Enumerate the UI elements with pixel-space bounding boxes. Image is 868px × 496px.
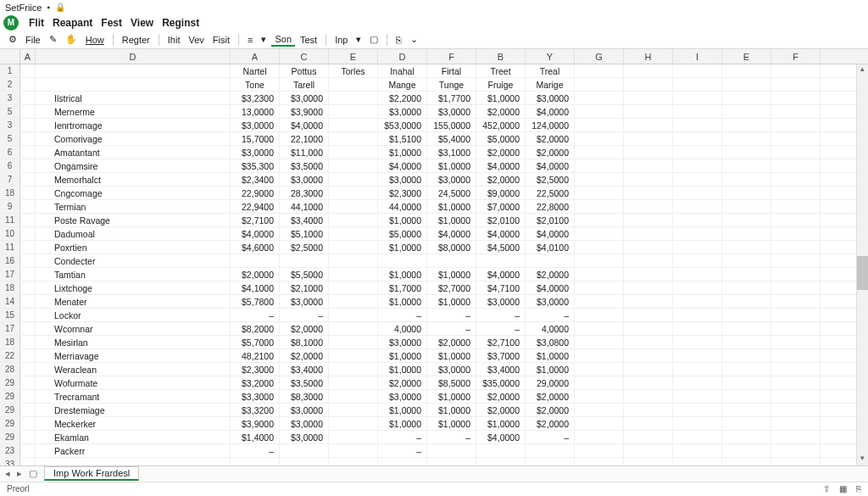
cell[interactable] [624, 200, 673, 213]
row-head[interactable]: 17 [0, 322, 20, 335]
row-label[interactable]: Meckerker [36, 417, 231, 430]
cell[interactable] [771, 390, 821, 403]
row-head[interactable]: 7 [0, 173, 20, 186]
tb-ihit[interactable]: Ihit [164, 34, 184, 46]
menu-view[interactable]: View [127, 16, 157, 30]
row-label[interactable]: Ekamlan [36, 431, 231, 443]
cell[interactable] [722, 173, 771, 186]
cell[interactable]: $3,5000 [280, 376, 329, 389]
cell[interactable] [722, 64, 771, 77]
cell[interactable]: $4,0000 [526, 159, 575, 172]
cell[interactable] [624, 363, 673, 376]
cell[interactable] [722, 159, 771, 172]
row-label[interactable]: Lixtchoge [36, 281, 231, 294]
col-head[interactable]: G [575, 49, 624, 64]
cell[interactable] [575, 132, 624, 145]
cell[interactable]: $7,0000 [476, 200, 526, 213]
cell[interactable] [624, 322, 673, 335]
cell[interactable] [624, 349, 673, 362]
cell[interactable] [624, 132, 673, 145]
cell[interactable]: $2,0000 [280, 322, 329, 335]
cell[interactable]: $1,0000 [427, 349, 476, 362]
cell[interactable]: Nartel [231, 64, 280, 77]
cell[interactable] [624, 64, 673, 77]
cell[interactable] [329, 159, 378, 172]
row-label[interactable]: Comorivage [36, 132, 231, 145]
cell[interactable]: $2,7000 [427, 281, 476, 294]
cell[interactable] [427, 444, 476, 457]
cell[interactable]: $1,0000 [378, 404, 427, 416]
cell[interactable]: $4,0000 [476, 227, 526, 240]
cell[interactable] [575, 376, 624, 389]
cell[interactable] [771, 444, 821, 457]
row-label[interactable]: Poxrtien [36, 241, 231, 254]
cell[interactable] [575, 363, 624, 376]
row-head[interactable]: 9 [0, 200, 20, 213]
cell[interactable] [624, 105, 673, 118]
cell[interactable] [575, 417, 624, 430]
cell[interactable] [378, 458, 427, 465]
cell[interactable]: $3,0000 [280, 173, 329, 186]
cell[interactable] [280, 458, 329, 465]
cell[interactable]: $2,0000 [526, 404, 575, 416]
box-icon[interactable]: ▢ [366, 33, 381, 46]
cell[interactable]: – [476, 309, 526, 321]
cell[interactable] [673, 105, 722, 118]
cell[interactable] [722, 309, 771, 321]
col-head[interactable]: C [280, 49, 329, 64]
cell[interactable]: $1,0000 [378, 146, 427, 159]
cell[interactable] [624, 444, 673, 457]
row-head[interactable]: 14 [0, 295, 20, 308]
cell[interactable] [673, 404, 722, 416]
cell[interactable]: $1,0000 [526, 363, 575, 376]
cell[interactable] [20, 78, 36, 91]
cell[interactable] [771, 241, 821, 254]
cell[interactable] [329, 187, 378, 199]
row-head[interactable]: 22 [0, 349, 20, 362]
cell[interactable]: 155,0000 [427, 119, 476, 131]
cell[interactable] [722, 349, 771, 362]
cell[interactable]: $11,000 [280, 146, 329, 159]
cell[interactable]: $3,4000 [280, 363, 329, 376]
cell[interactable]: $2,0000 [476, 146, 526, 159]
menu-flit[interactable]: Flit [25, 16, 47, 30]
share-icon[interactable]: ⇧ [823, 484, 830, 493]
row-head[interactable]: 10 [0, 227, 20, 240]
cell[interactable]: $1,7000 [378, 281, 427, 294]
cell[interactable] [673, 309, 722, 321]
cell[interactable]: $3,0000 [378, 173, 427, 186]
row-head[interactable]: 29 [0, 417, 20, 430]
cell[interactable] [575, 92, 624, 104]
cell[interactable] [722, 444, 771, 457]
cell[interactable]: – [378, 431, 427, 443]
row-label[interactable]: Drestemiage [36, 404, 231, 416]
row-label[interactable]: Mernerme [36, 105, 231, 118]
cell[interactable] [20, 119, 36, 131]
cell[interactable]: Mange [378, 78, 427, 91]
row-label[interactable]: Cngcomage [36, 187, 231, 199]
cell[interactable] [722, 376, 771, 389]
cell[interactable]: $3,0000 [280, 295, 329, 308]
cell[interactable] [575, 78, 624, 91]
cell[interactable]: $1,0000 [526, 349, 575, 362]
cell[interactable]: $2,5000 [526, 173, 575, 186]
cell[interactable] [673, 281, 722, 294]
cell[interactable] [722, 322, 771, 335]
row-head[interactable]: 29 [0, 390, 20, 403]
cell[interactable]: $1,0000 [476, 417, 526, 430]
row-head[interactable]: 33 [0, 458, 20, 465]
cell[interactable] [329, 105, 378, 118]
cell[interactable]: $35,300 [231, 159, 280, 172]
cell[interactable] [427, 458, 476, 465]
col-head-a[interactable]: A [20, 49, 36, 64]
cell[interactable]: 22,8000 [526, 200, 575, 213]
col-head[interactable]: A [231, 49, 280, 64]
cell[interactable] [329, 349, 378, 362]
row-head[interactable]: 6 [0, 159, 20, 172]
cell[interactable] [673, 78, 722, 91]
cell[interactable]: $2,7100 [231, 214, 280, 226]
cell[interactable] [329, 227, 378, 240]
cell[interactable]: $2,0000 [476, 173, 526, 186]
sheet-prev-icon[interactable]: ◂ [5, 468, 10, 479]
cell[interactable] [20, 214, 36, 226]
